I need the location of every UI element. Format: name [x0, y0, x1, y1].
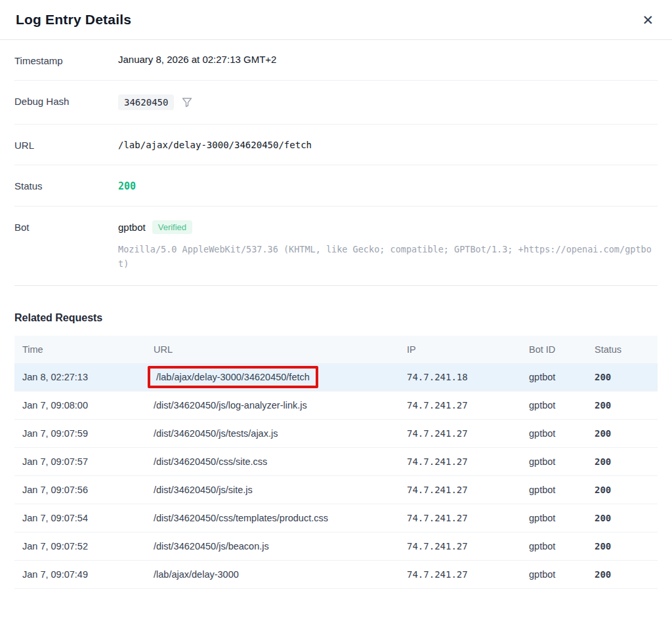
table-row[interactable]: Jan 7, 09:07:57 /dist/34620450/css/site.…: [14, 447, 658, 475]
cell-status: 200: [587, 447, 658, 475]
column-header-ip: IP: [399, 336, 521, 363]
bot-label: Bot: [14, 220, 118, 233]
bot-name: gptbot: [118, 222, 146, 233]
cell-time: Jan 7, 09:07:57: [14, 447, 146, 475]
cell-ip: 74.7.241.27: [399, 391, 521, 419]
column-header-url: URL: [146, 336, 399, 363]
cell-url-text: /dist/34620450/js/tests/ajax.js: [146, 419, 399, 447]
debug-hash-chip: 34620450: [118, 94, 174, 110]
cell-status: 200: [587, 363, 658, 391]
close-icon[interactable]: ✕: [639, 10, 656, 30]
column-header-status: Status: [587, 336, 658, 363]
url-label: URL: [14, 138, 118, 151]
cell-bot-id: gptbot: [521, 532, 587, 560]
cell-time: Jan 7, 09:07:54: [14, 504, 146, 532]
cell-url-text: /dist/34620450/js/site.js: [146, 475, 399, 504]
cell-url-text: /dist/34620450/css/site.css: [146, 447, 399, 475]
status-value: 200: [118, 179, 136, 192]
modal-title: Log Entry Details: [16, 12, 131, 28]
cell-url-text: /dist/34620450/js/beacon.js: [146, 532, 399, 560]
table-row[interactable]: Jan 7, 09:08:00 /dist/34620450/js/log-an…: [14, 391, 658, 419]
cell-time: Jan 7, 09:08:00: [14, 391, 146, 419]
timestamp-value: January 8, 2026 at 02:27:13 GMT+2: [118, 54, 276, 65]
log-entry-details-modal: Log Entry Details ✕ Timestamp January 8,…: [0, 0, 672, 602]
cell-time: Jan 7, 09:07:52: [14, 532, 146, 560]
cell-ip: 74.7.241.27: [399, 532, 521, 560]
verified-badge: Verified: [152, 220, 192, 234]
field-row-status: Status 200: [14, 165, 658, 207]
cell-ip: 74.7.241.27: [399, 419, 521, 447]
field-row-timestamp: Timestamp January 8, 2026 at 02:27:13 GM…: [14, 40, 658, 81]
table-row[interactable]: Jan 7, 09:07:56 /dist/34620450/js/site.j…: [14, 475, 658, 504]
cell-status: 200: [587, 532, 658, 560]
cell-url-text: /dist/34620450/js/log-analyzer-link.js: [146, 391, 399, 419]
status-label: Status: [14, 179, 118, 191]
cell-ip: 74.7.241.27: [399, 560, 521, 588]
column-header-bot-id: Bot ID: [521, 336, 587, 363]
related-requests-table: Time URL IP Bot ID Status Jan 8, 02:27:1…: [14, 336, 658, 589]
related-requests-title: Related Requests: [14, 312, 658, 324]
table-row[interactable]: Jan 7, 09:07:52 /dist/34620450/js/beacon…: [14, 532, 658, 560]
cell-status: 200: [587, 504, 658, 532]
cell-ip: 74.7.241.27: [399, 447, 521, 475]
modal-header: Log Entry Details ✕: [0, 0, 672, 40]
column-header-time: Time: [14, 336, 146, 363]
cell-bot-id: gptbot: [521, 560, 587, 588]
cell-url-text: /dist/34620450/css/templates/product.css: [146, 504, 399, 532]
url-value: /lab/ajax/delay-3000/34620450/fetch: [118, 138, 312, 150]
cell-bot-id: gptbot: [521, 475, 587, 504]
detail-fields: Timestamp January 8, 2026 at 02:27:13 GM…: [0, 40, 672, 286]
cell-status: 200: [587, 419, 658, 447]
cell-status: 200: [587, 560, 658, 588]
debug-hash-label: Debug Hash: [14, 94, 118, 107]
table-row[interactable]: Jan 7, 09:07:54 /dist/34620450/css/templ…: [14, 504, 658, 532]
cell-time: Jan 7, 09:07:49: [14, 560, 146, 588]
cell-time: Jan 7, 09:07:56: [14, 475, 146, 504]
cell-time: Jan 8, 02:27:13: [14, 363, 146, 391]
cell-bot-id: gptbot: [521, 363, 587, 391]
field-row-debug-hash: Debug Hash 34620450: [14, 81, 658, 125]
cell-bot-id: gptbot: [521, 504, 587, 532]
cell-status: 200: [587, 475, 658, 504]
cell-bot-id: gptbot: [521, 419, 587, 447]
annotation-highlight-box: /lab/ajax/delay-3000/34620450/fetch: [148, 366, 318, 388]
cell-status: 200: [587, 391, 658, 419]
field-row-url: URL /lab/ajax/delay-3000/34620450/fetch: [14, 125, 658, 165]
field-row-bot: Bot gptbot Verified Mozilla/5.0 AppleWeb…: [14, 207, 658, 286]
table-row[interactable]: Jan 7, 09:07:59 /dist/34620450/js/tests/…: [14, 419, 658, 447]
table-row[interactable]: Jan 7, 09:07:49 /lab/ajax/delay-3000 74.…: [14, 560, 658, 588]
timestamp-label: Timestamp: [14, 54, 118, 66]
filter-icon[interactable]: [180, 96, 194, 109]
cell-ip: 74.7.241.18: [399, 363, 521, 391]
user-agent-string: Mozilla/5.0 AppleWebKit/537.36 (KHTML, l…: [118, 242, 658, 271]
cell-url-text: /lab/ajax/delay-3000/34620450/fetch: [156, 372, 310, 382]
cell-bot-id: gptbot: [521, 447, 587, 475]
cell-bot-id: gptbot: [521, 391, 587, 419]
cell-ip: 74.7.241.27: [399, 504, 521, 532]
related-requests-section: Related Requests Time URL IP Bot ID Stat…: [0, 286, 672, 602]
cell-time: Jan 7, 09:07:59: [14, 419, 146, 447]
cell-ip: 74.7.241.27: [399, 475, 521, 504]
table-header-row: Time URL IP Bot ID Status: [14, 336, 658, 363]
table-row[interactable]: Jan 8, 02:27:13 /lab/ajax/delay-3000/346…: [14, 363, 658, 391]
cell-url-text: /lab/ajax/delay-3000: [146, 560, 399, 588]
